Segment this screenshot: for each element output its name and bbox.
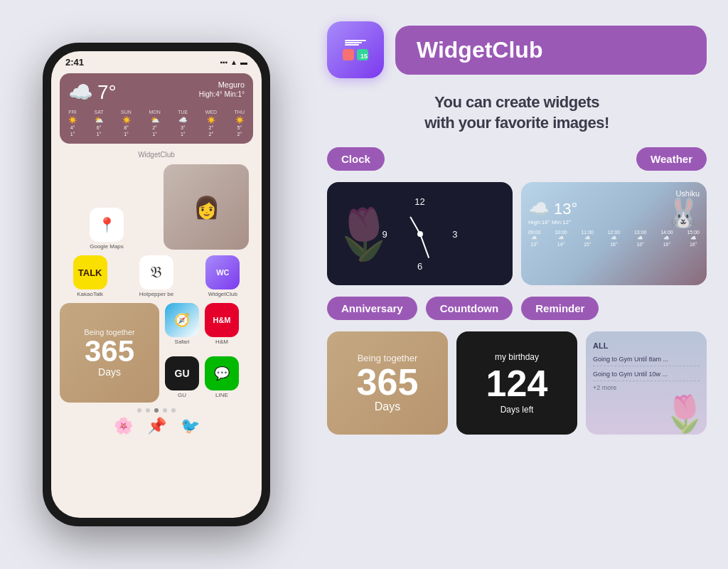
line-label: LINE bbox=[215, 392, 228, 398]
weather-day-mon: MON ⛅ 2° 1° bbox=[149, 110, 160, 137]
bottom-row: Being together 365 Days 🧭 Safari H&M bbox=[60, 303, 253, 403]
app-item-line: 💬 LINE bbox=[205, 356, 239, 398]
category-reminder[interactable]: Reminder bbox=[521, 297, 599, 320]
app-item-widgetclub: WC WidgetClub bbox=[193, 255, 253, 297]
app-item-safari: 🧭 Safari bbox=[165, 303, 199, 345]
decor-icon-1: 🌸 bbox=[114, 417, 133, 435]
app-row-2: TALK KakaoTalk 𝔅 Hotpepper be WC WidgetC… bbox=[60, 255, 253, 297]
rp-item-1: Going to Gym Until 8am ... bbox=[593, 356, 700, 366]
category-clock[interactable]: Clock bbox=[327, 147, 385, 171]
app-item-photo: 👩 bbox=[159, 164, 253, 250]
tagline-line2: with your favorite images! bbox=[327, 113, 707, 134]
bottom-decor: 🌸 📌 🐦 bbox=[60, 417, 253, 435]
wp-hour-14: 14:00☁️16° bbox=[660, 230, 673, 247]
reminder-widget-preview: ALL Going to Gym Until 8am ... Going to … bbox=[586, 331, 707, 435]
app-name-badge: WidgetClub bbox=[395, 26, 707, 75]
weather-temperature: 7° bbox=[97, 81, 117, 104]
app-item-maps: 📍 Google Maps bbox=[60, 208, 154, 250]
weather-top: ☁️ 7° Meguro High:4° Min:1° bbox=[68, 80, 245, 104]
kakao-icon[interactable]: TALK bbox=[73, 255, 107, 289]
page-dots bbox=[60, 408, 253, 413]
wp-temp: 13° bbox=[554, 200, 577, 218]
countdown-widget-preview: my birthday 124 Days left bbox=[456, 331, 577, 435]
signal-icon: ▪▪▪ bbox=[220, 58, 228, 66]
wifi-icon: ▲ bbox=[230, 58, 237, 66]
app-header: 15 WidgetClub bbox=[327, 21, 707, 78]
ap-days: Days bbox=[375, 400, 400, 413]
kakao-label: KakaoTalk bbox=[77, 291, 103, 297]
photo-placeholder: 👩 bbox=[164, 164, 249, 250]
rp-item-2: Going to Gym Until 10w ... bbox=[593, 371, 700, 381]
battery-icon: ▬ bbox=[240, 58, 247, 66]
ap-number: 365 bbox=[357, 363, 419, 400]
anniversary-widget-preview: Being together 365 Days bbox=[327, 331, 448, 435]
clock-minute-hand bbox=[419, 233, 429, 258]
clock-widget-preview: 12 3 6 9 🌷 bbox=[327, 182, 513, 285]
gu-label: GU bbox=[178, 392, 186, 398]
app-item-hotpepper: 𝔅 Hotpepper be bbox=[126, 255, 186, 297]
top-widget-row: 12 3 6 9 🌷 Ushiku ☁️ 13° bbox=[327, 182, 707, 285]
app-item-hm: H&M H&M bbox=[205, 303, 239, 345]
widgetclub-app-label: WidgetClub bbox=[208, 291, 237, 297]
rabbit-decor: 🐰 bbox=[665, 196, 701, 230]
weather-left: ☁️ 7° bbox=[68, 80, 117, 104]
wp-hour-15: 15:00☁️16° bbox=[687, 230, 700, 247]
dot-5 bbox=[171, 408, 176, 413]
weather-hilo: High:4° Min:1° bbox=[199, 90, 245, 98]
app-row-1: 📍 Google Maps 👩 bbox=[60, 164, 253, 250]
app-item-gu: GU GU bbox=[165, 356, 199, 398]
category-countdown[interactable]: Countdown bbox=[426, 297, 513, 320]
clock-6: 6 bbox=[417, 261, 422, 272]
decor-icon-3: 🐦 bbox=[181, 417, 200, 435]
weather-day-sat: SAT ⛅ 6° 1° bbox=[95, 110, 104, 137]
phone-anniversary-widget: Being together 365 Days bbox=[60, 303, 159, 403]
app-icon-large: 15 bbox=[327, 21, 384, 78]
bottom-widget-row: Being together 365 Days my birthday 124 … bbox=[327, 331, 707, 435]
dot-1 bbox=[137, 408, 141, 413]
widgetclub-icon[interactable]: WC bbox=[205, 255, 240, 289]
weather-day-thu: THU ☀️ 5° 2° bbox=[235, 110, 245, 137]
safari-icon[interactable]: 🧭 bbox=[165, 303, 199, 337]
weather-widget-preview: Ushiku ☁️ 13° High:16° Min:12° 09:00☁️13… bbox=[521, 182, 707, 285]
tagline-line1: You can create widgets bbox=[327, 92, 707, 113]
status-bar: 2:41 ▪▪▪ ▲ ▬ bbox=[51, 51, 262, 70]
hm-label: H&M bbox=[215, 339, 228, 345]
category-anniversary[interactable]: Anniversary bbox=[327, 297, 417, 320]
cd-label: my birthday bbox=[495, 352, 539, 362]
anniv-being-text: Being together bbox=[84, 328, 135, 336]
hm-icon[interactable]: H&M bbox=[205, 303, 239, 337]
category-weather[interactable]: Weather bbox=[636, 147, 707, 171]
phone-weather-widget: ☁️ 7° Meguro High:4° Min:1° bbox=[60, 73, 253, 144]
wp-hour-13: 13:00☁️16° bbox=[634, 230, 647, 247]
phone-time: 2:41 bbox=[65, 57, 84, 68]
cd-sublabel: Days left bbox=[500, 405, 534, 415]
weather-day-fri: FRI ☀️ 4° 1° bbox=[68, 110, 77, 137]
decor-icon-2: 📌 bbox=[147, 417, 166, 435]
gu-icon[interactable]: GU bbox=[165, 356, 199, 390]
phone-content: ☁️ 7° Meguro High:4° Min:1° bbox=[51, 70, 262, 438]
clock-12: 12 bbox=[414, 196, 424, 207]
wp-hour-10: 10:00☁️14° bbox=[555, 230, 567, 247]
right-panel: 15 WidgetClub You can create widgets wit… bbox=[313, 0, 728, 569]
bottom-categories: Anniversary Countdown Reminder bbox=[327, 297, 707, 320]
app-item-kakao: TALK KakaoTalk bbox=[60, 255, 120, 297]
weather-day-sun: SUN ☀️ 8° 1° bbox=[121, 110, 132, 137]
photo-widget[interactable]: 👩 bbox=[164, 164, 249, 250]
rp-all: ALL bbox=[593, 341, 608, 350]
weather-days: FRI ☀️ 4° 1° SAT ⛅ 6° 1° SUN bbox=[68, 110, 245, 137]
maps-icon[interactable]: 📍 bbox=[90, 208, 124, 242]
hotpepper-icon[interactable]: 𝔅 bbox=[139, 255, 173, 289]
weather-day-tue: TUE ☁️ 3° 1° bbox=[178, 110, 188, 137]
icon-row-gu: GU GU 💬 LINE bbox=[165, 356, 253, 398]
clock-flower-decor: 🌷 bbox=[333, 205, 395, 263]
wp-cloud-icon: ☁️ bbox=[528, 199, 550, 219]
phone-widgetclub-label: WidgetClub bbox=[60, 151, 253, 159]
rp-more: +2 more bbox=[593, 384, 700, 391]
weather-location: Meguro bbox=[199, 80, 245, 89]
weather-cloud-icon: ☁️ bbox=[68, 80, 93, 104]
phone-mockup: 2:41 ▪▪▪ ▲ ▬ ☁️ 7° bbox=[43, 43, 270, 526]
phone-screen: 2:41 ▪▪▪ ▲ ▬ ☁️ 7° bbox=[51, 51, 262, 518]
line-icon[interactable]: 💬 bbox=[205, 356, 239, 390]
clock-3: 3 bbox=[452, 228, 457, 239]
weather-right: Meguro High:4° Min:1° bbox=[199, 80, 245, 98]
